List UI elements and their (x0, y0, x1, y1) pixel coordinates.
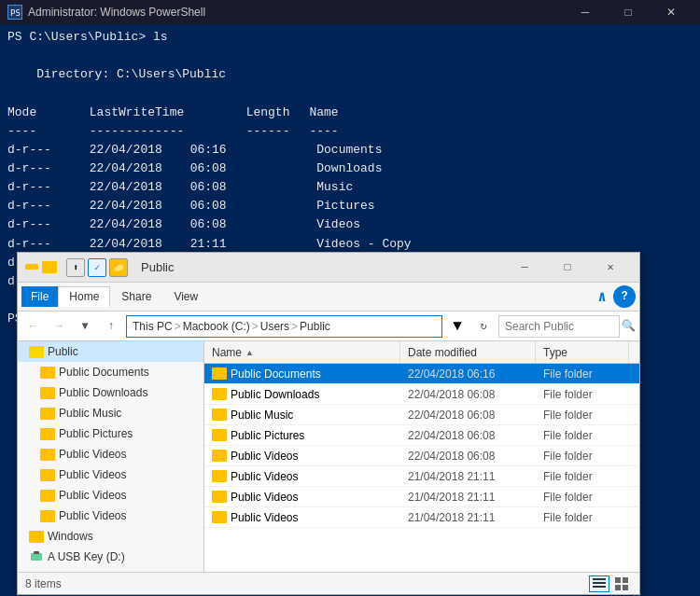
file-row-public-pictures[interactable]: Public Pictures 22/04/2018 06:08 File fo… (204, 425, 639, 446)
up-button[interactable]: ↑ (100, 315, 122, 338)
folder-icon-windows (29, 531, 44, 543)
file-date-public-music: 22/04/2018 06:08 (400, 409, 536, 422)
ps-close-button[interactable]: ✕ (650, 0, 693, 24)
file-date-public-pictures: 22/04/2018 06:08 (400, 429, 536, 442)
ps-maximize-button[interactable]: □ (607, 0, 650, 24)
sidebar-item-public-pictures[interactable]: Public Pictures (18, 423, 203, 444)
folder-icon-public-pictures (40, 428, 55, 440)
tab-home[interactable]: Home (58, 286, 110, 307)
ps-minimize-button[interactable]: ─ (564, 0, 607, 24)
folder-icon-public-music (40, 408, 55, 420)
svg-rect-3 (34, 551, 39, 554)
file-type-public-videos-4: File folder (536, 511, 629, 524)
recent-locations-button[interactable]: ▼ (74, 315, 96, 338)
quick-access-btn-2[interactable]: ✓ (88, 258, 106, 277)
ribbon-expand-button[interactable]: ∧ (591, 285, 613, 308)
back-button[interactable]: ← (21, 315, 44, 338)
file-date-public-videos-3: 21/04/2018 21:11 (400, 491, 536, 504)
folder-icon-row-documents (212, 367, 227, 380)
explorer-title: Public (141, 260, 497, 274)
sidebar-item-usb[interactable]: A USB Key (D:) (18, 547, 203, 567)
explorer-file-list: Name ▲ Date modified Type Public Documen… (204, 341, 639, 572)
file-type-public-pictures: File folder (536, 429, 629, 442)
file-row-public-videos-4[interactable]: Public Videos 21/04/2018 21:11 File fold… (204, 507, 639, 528)
refresh-button[interactable]: ↻ (472, 315, 495, 338)
file-name-public-pictures: Public Pictures (204, 429, 400, 442)
explorer-statusbar: 8 items (18, 572, 639, 594)
explorer-titlebar: ⬆ ✓ 📁 Public ─ □ ✕ (18, 253, 639, 283)
help-button[interactable]: ? (613, 285, 636, 308)
column-header-name[interactable]: Name ▲ (204, 341, 400, 363)
sidebar-item-public-downloads[interactable]: Public Downloads (18, 382, 203, 403)
sidebar-item-windows[interactable]: Windows (18, 526, 203, 547)
ps-dir: Directory: C:\Users\Public (7, 65, 693, 84)
forward-button[interactable]: → (48, 315, 70, 338)
address-bar: ← → ▼ ↑ This PC > Macbook (C:) > Users >… (18, 312, 639, 341)
sidebar-item-public[interactable]: Public (18, 341, 203, 362)
folder-icon-public-videos-1 (40, 449, 55, 461)
file-type-public-videos-3: File folder (536, 491, 629, 504)
svg-rect-7 (615, 577, 621, 583)
folder-icon-title: 📁 (109, 258, 128, 277)
column-header-type[interactable]: Type (536, 341, 629, 363)
ps-row-music: d-r--- 22/04/2018 06:08 Music (7, 178, 693, 197)
sidebar-label-public-videos-2: Public Videos (59, 468, 127, 481)
svg-rect-10 (623, 585, 628, 590)
sidebar-item-public-videos-3[interactable]: Public Videos (18, 485, 203, 506)
address-path[interactable]: This PC > Macbook (C:) > Users > Public (126, 315, 442, 338)
file-date-public-videos-1: 22/04/2018 06:08 (400, 450, 536, 463)
file-name-public-videos-2: Public Videos (204, 470, 400, 483)
file-date-public-downloads: 22/04/2018 06:08 (400, 388, 536, 401)
svg-rect-9 (615, 585, 621, 590)
explorer-minimize-button[interactable]: ─ (503, 253, 546, 283)
file-date-public-videos-4: 21/04/2018 21:11 (400, 511, 536, 524)
ps-blank-2 (7, 84, 693, 103)
ps-row-videos-copy: d-r--- 22/04/2018 21:11 Videos - Copy (7, 235, 693, 254)
sidebar-label-public-videos-3: Public Videos (59, 489, 127, 502)
svg-rect-6 (593, 586, 606, 588)
tab-file[interactable]: File (21, 286, 58, 307)
item-count: 8 items (25, 577, 62, 590)
ps-blank-1 (7, 47, 693, 65)
sidebar-item-public-music[interactable]: Public Music (18, 403, 203, 423)
ps-row-videos: d-r--- 22/04/2018 06:08 Videos (7, 215, 693, 234)
address-dropdown-button[interactable]: ▼ (446, 315, 469, 338)
large-icons-view-button[interactable] (611, 575, 632, 592)
file-row-public-documents[interactable]: Public Documents 22/04/2018 06:16 File f… (204, 364, 639, 384)
path-public: Public (300, 320, 330, 333)
sidebar-item-public-documents[interactable]: Public Documents (18, 362, 203, 382)
search-input[interactable] (498, 315, 620, 338)
file-row-public-videos-3[interactable]: Public Videos 21/04/2018 21:11 File fold… (204, 487, 639, 507)
path-computer: This PC (133, 320, 173, 333)
sidebar-item-public-videos-4[interactable]: Public Videos (18, 506, 203, 526)
ps-row-downloads: d-r--- 22/04/2018 06:08 Downloads (7, 159, 693, 178)
folder-icon-public (29, 346, 44, 358)
file-row-public-music[interactable]: Public Music 22/04/2018 06:08 File folde… (204, 405, 639, 425)
file-name-public-videos-1: Public Videos (204, 450, 400, 463)
tab-view[interactable]: View (162, 286, 209, 307)
file-row-public-downloads[interactable]: Public Downloads 22/04/2018 06:08 File f… (204, 384, 639, 405)
column-header-date[interactable]: Date modified (400, 341, 536, 363)
folder-icon-row-videos-4 (212, 511, 227, 523)
explorer-maximize-button[interactable]: □ (546, 253, 589, 283)
explorer-main: Public Public Documents Public Downloads… (18, 341, 639, 572)
file-row-public-videos-2[interactable]: Public Videos 21/04/2018 21:11 File fold… (204, 466, 639, 487)
sidebar-label-public-videos-4: Public Videos (59, 509, 127, 522)
folder-icon-row-pictures (212, 429, 227, 441)
sidebar-item-public-videos-2[interactable]: Public Videos (18, 464, 203, 485)
folder-icon-public-downloads (40, 387, 55, 399)
sidebar-item-public-videos-1[interactable]: Public Videos (18, 444, 203, 464)
ps-row-pictures: d-r--- 22/04/2018 06:08 Pictures (7, 197, 693, 215)
details-view-button[interactable] (589, 575, 609, 592)
svg-rect-2 (31, 553, 42, 561)
quick-access-btn-1[interactable]: ⬆ (66, 258, 85, 277)
file-date-public-documents: 22/04/2018 06:16 (400, 367, 536, 381)
file-row-public-videos-1[interactable]: Public Videos 22/04/2018 06:08 File fold… (204, 446, 639, 466)
path-users: Users (260, 320, 289, 333)
ps-header: Mode LastWriteTime Length Name (7, 104, 693, 122)
svg-text:PS: PS (10, 8, 21, 18)
explorer-close-button[interactable]: ✕ (589, 253, 632, 283)
tab-share[interactable]: Share (110, 286, 162, 307)
sidebar-label-usb: A USB Key (D:) (48, 550, 125, 563)
svg-rect-4 (593, 578, 606, 580)
